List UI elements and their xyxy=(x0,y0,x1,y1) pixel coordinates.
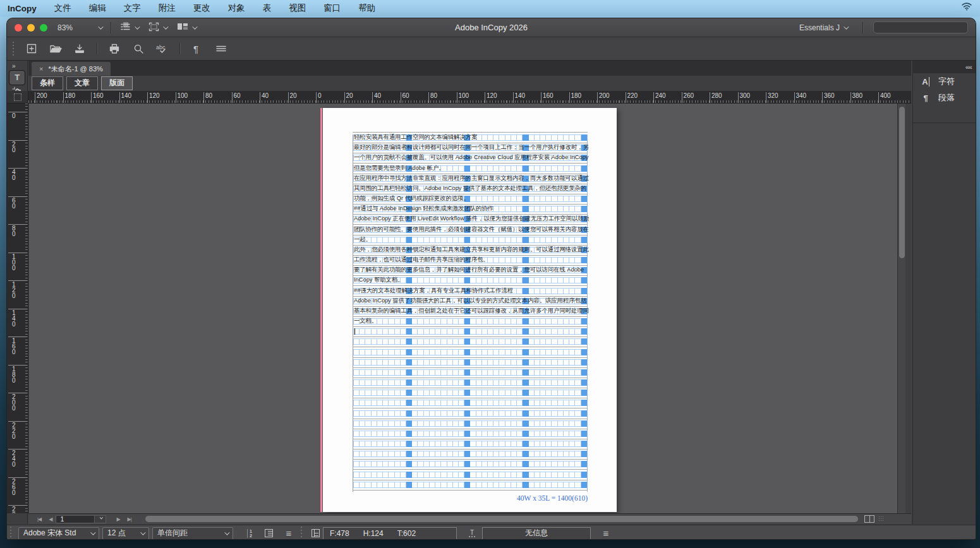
grid-cell xyxy=(418,431,423,437)
save-button[interactable] xyxy=(69,40,90,57)
menu-item[interactable]: 窗口 xyxy=(315,3,349,14)
expand-panel-icon[interactable]: » xyxy=(7,61,27,69)
grid-cell xyxy=(488,410,493,417)
ruler-label: 100 xyxy=(178,92,188,99)
frame-view-dropdown[interactable] xyxy=(143,21,172,35)
frame-grid-text-area[interactable]: 轻松安装具有通用工作空间的文本编辑解决方案最好的部分是编辑者和设计师都可以同时在… xyxy=(353,134,588,492)
menu-item[interactable]: 更改 xyxy=(185,3,219,14)
grid-cell xyxy=(517,410,523,417)
toolbar-grip[interactable] xyxy=(12,42,15,56)
frame-grid-icon[interactable] xyxy=(309,527,322,540)
document-tab[interactable]: × *未命名-1 @ 83% xyxy=(32,62,111,76)
grid-cell xyxy=(441,441,447,447)
grid-cell xyxy=(360,420,365,427)
grid-cell xyxy=(372,410,377,417)
menu-item[interactable]: 帮助 xyxy=(349,3,384,14)
open-button[interactable] xyxy=(45,40,66,57)
font-size-dropdown[interactable]: 12 点 xyxy=(102,527,149,540)
workspace-switcher[interactable]: Essentials J xyxy=(794,21,852,35)
statusbar-menu-icon[interactable]: ≡ xyxy=(600,527,612,540)
resize-grip[interactable] xyxy=(878,516,885,522)
grid-cell xyxy=(453,400,459,406)
grid-cell xyxy=(505,472,511,478)
vertical-ruler[interactable]: 02 04 06 08 01 0 01 2 01 4 01 6 01 8 02 … xyxy=(7,104,28,513)
grid-cell xyxy=(517,338,523,345)
zoom-level-dropdown[interactable]: 83% xyxy=(52,21,107,35)
font-family-dropdown[interactable]: Adobe 宋体 Std xyxy=(18,527,99,540)
grid-cell xyxy=(470,379,476,386)
text-ruler-icon[interactable]: T xyxy=(466,527,478,540)
grid-cell xyxy=(564,441,569,447)
menu-item[interactable]: 编辑 xyxy=(80,3,115,14)
menu-item[interactable]: 文字 xyxy=(115,3,150,14)
menu-item[interactable]: 对象 xyxy=(219,3,254,14)
character-count-icon[interactable]: 12 xyxy=(243,527,256,540)
page-list-dropdown[interactable] xyxy=(95,515,106,523)
grid-cell xyxy=(453,369,459,376)
search-button[interactable] xyxy=(128,40,149,57)
statusbar-grip[interactable] xyxy=(9,527,12,540)
grid-row xyxy=(353,410,587,417)
close-tab-icon[interactable]: × xyxy=(39,65,43,73)
vertical-scrollbar-thumb[interactable] xyxy=(899,107,905,258)
search-input[interactable] xyxy=(873,21,968,33)
grid-cell xyxy=(575,431,581,437)
vertical-scrollbar[interactable] xyxy=(897,104,905,513)
grid-cell xyxy=(511,482,517,488)
view-tab[interactable]: 条样 xyxy=(32,76,63,90)
first-page-button[interactable]: |◀ xyxy=(33,516,45,522)
horizontal-ruler[interactable]: 2001801601401201008060402002040608010012… xyxy=(28,91,911,104)
print-button[interactable] xyxy=(104,40,125,57)
menu-item[interactable]: 附注 xyxy=(150,3,185,14)
show-hidden-characters-button[interactable]: ¶ xyxy=(186,40,208,57)
statusbar-grip[interactable] xyxy=(300,527,303,540)
screen-mode-dropdown[interactable] xyxy=(172,21,201,35)
previous-page-button[interactable]: ◀ xyxy=(45,516,56,522)
view-tab[interactable]: 文章 xyxy=(66,76,98,90)
grid-row xyxy=(353,420,587,427)
grid-cell xyxy=(447,420,453,427)
view-options-dropdown[interactable] xyxy=(115,21,143,35)
maximize-button[interactable] xyxy=(40,24,47,32)
menu-item[interactable]: 表 xyxy=(254,3,281,14)
grid-cell xyxy=(435,441,441,447)
menu-item[interactable]: 视图 xyxy=(280,3,315,14)
grid-cell xyxy=(395,349,401,355)
grid-cell xyxy=(552,420,557,427)
grid-cell xyxy=(383,482,389,488)
grid-cell xyxy=(360,482,365,488)
statusbar-menu-icon[interactable]: ≡ xyxy=(282,527,295,540)
panel-button-段落[interactable]: ¶段落 xyxy=(913,90,976,106)
copyfit-info-icon[interactable] xyxy=(262,527,275,540)
split-view-icon[interactable] xyxy=(864,515,874,523)
menu-item[interactable]: 文件 xyxy=(45,3,80,14)
wifi-icon[interactable] xyxy=(961,2,972,13)
app-menu[interactable]: InCopy xyxy=(8,4,37,13)
grid-cell xyxy=(401,328,406,335)
page-number-field[interactable]: 1 xyxy=(56,515,95,523)
collapse-panels-icon[interactable]: «« xyxy=(965,63,972,71)
document-canvas[interactable]: 轻松安装具有通用工作空间的文本编辑解决方案最好的部分是编辑者和设计师都可以同时在… xyxy=(29,104,897,513)
next-page-button[interactable]: ▶ xyxy=(112,516,123,522)
ruler-origin-corner[interactable] xyxy=(7,91,28,104)
grid-cell xyxy=(470,359,476,366)
last-page-button[interactable]: ▶| xyxy=(124,516,135,522)
toolbar-menu-button[interactable] xyxy=(210,40,232,57)
grid-cell xyxy=(470,482,476,488)
view-tab[interactable]: 版面 xyxy=(101,76,133,90)
spell-check-button[interactable]: abc xyxy=(152,40,173,57)
grid-cell xyxy=(511,431,517,437)
minimize-button[interactable] xyxy=(27,24,35,32)
grid-cell xyxy=(488,390,493,396)
type-tool[interactable]: T xyxy=(9,71,25,85)
grid-cell xyxy=(377,369,383,376)
leading-dropdown[interactable]: 单倍间距 xyxy=(152,527,233,540)
grid-cell xyxy=(581,431,587,437)
close-button[interactable] xyxy=(15,24,22,32)
grid-cell xyxy=(546,369,552,376)
new-document-button[interactable] xyxy=(21,40,42,57)
grid-cell xyxy=(581,359,587,366)
panel-button-字符[interactable]: A字符 xyxy=(913,73,976,90)
horizontal-scrollbar-thumb[interactable] xyxy=(145,516,858,522)
chevron-down-icon xyxy=(135,24,140,29)
